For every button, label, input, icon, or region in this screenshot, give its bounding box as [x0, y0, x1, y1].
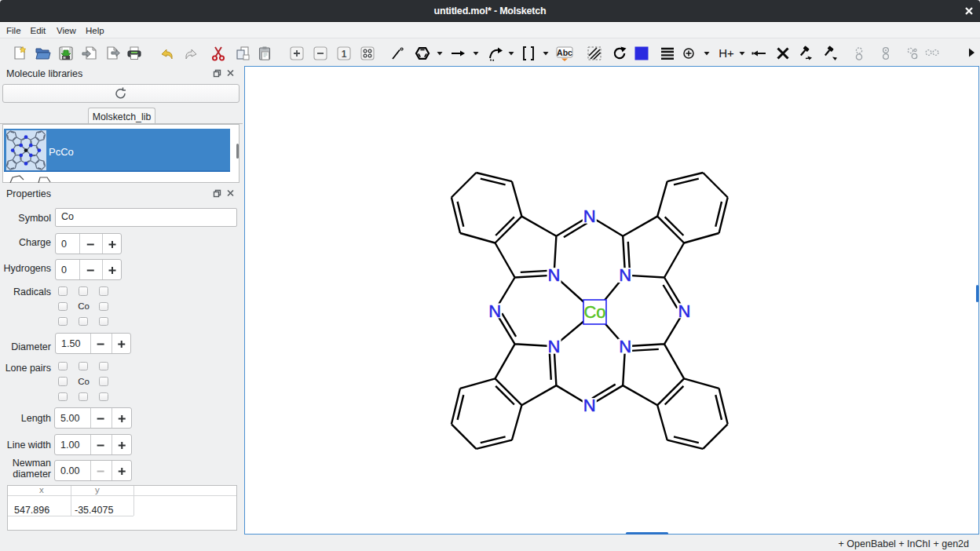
- svg-text:N: N: [548, 337, 561, 356]
- svg-text:N: N: [583, 206, 596, 226]
- svg-text:Co: Co: [583, 302, 605, 322]
- svg-text:N: N: [583, 396, 596, 415]
- svg-text:N: N: [548, 265, 561, 285]
- svg-text:N: N: [619, 265, 631, 285]
- svg-text:N: N: [488, 301, 501, 321]
- svg-text:N: N: [678, 301, 691, 321]
- svg-text:1: 1: [342, 49, 347, 60]
- svg-text:N: N: [619, 337, 631, 356]
- svg-text:Abc: Abc: [557, 48, 572, 57]
- svg-text:H+: H+: [719, 46, 734, 60]
